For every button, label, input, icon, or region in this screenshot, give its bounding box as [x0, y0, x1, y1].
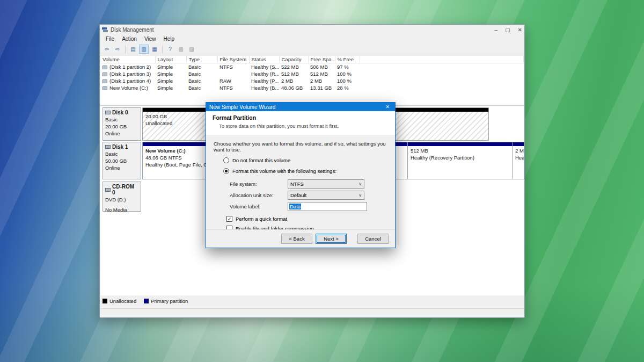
cell-capacity: 512 MB [279, 70, 308, 77]
disk0-label-panel[interactable]: Disk 0 Basic 20.00 GB Online [103, 107, 141, 141]
menu-action[interactable]: Action [118, 35, 141, 43]
cancel-button[interactable]: Cancel [357, 234, 389, 244]
partition-legend: Unallocated Primary partition [103, 298, 188, 304]
cell-fs [217, 70, 249, 77]
col-pct-free[interactable]: % Free [335, 56, 360, 63]
table-row[interactable]: (Disk 1 partition 4) Simple Basic RAW He… [100, 77, 524, 84]
properties-icon[interactable]: ▦ [150, 45, 159, 54]
table-row[interactable]: New Volume (C:) Simple Basic NTFS Health… [100, 84, 524, 91]
close-button[interactable]: ✕ [518, 27, 522, 33]
disk1-small-segment[interactable]: 2 MB Health [513, 142, 524, 179]
cell-type: Basic [186, 77, 217, 84]
col-type[interactable]: Type [186, 56, 217, 63]
col-free-space[interactable]: Free Spa... [308, 56, 335, 63]
window-title: Disk Management [111, 27, 154, 33]
col-layout[interactable]: Layout [155, 56, 186, 63]
file-system-select[interactable]: NTFS ∨ [288, 179, 364, 189]
list-view-icon[interactable]: ▨ [187, 45, 196, 54]
primary-partition-swatch [144, 299, 149, 303]
col-filler [360, 56, 524, 63]
radio-format-volume[interactable] [223, 168, 229, 174]
cell-capacity: 48.06 GB [279, 84, 308, 91]
cell-type: Basic [186, 70, 217, 77]
window-titlebar[interactable]: Disk Management – ▢ ✕ [100, 25, 524, 34]
primary-partition-strip [408, 142, 512, 146]
chevron-down-icon: ∨ [358, 193, 362, 198]
disk0-status: Online [105, 131, 138, 136]
toolbar: ⇦ ⇨ ▤ ▥ ▦ ? ▧ ▨ [100, 44, 524, 55]
menu-view[interactable]: View [141, 35, 160, 43]
disk1-label-panel[interactable]: Disk 1 Basic 50.00 GB Online [103, 142, 141, 179]
col-volume[interactable]: Volume [100, 56, 155, 63]
wizard-title: New Simple Volume Wizard [209, 104, 275, 110]
back-button[interactable]: < Back [281, 234, 312, 244]
radio-do-not-format-label[interactable]: Do not format this volume [232, 157, 290, 163]
segment-status: Healthy (Recovery Partition) [411, 155, 509, 162]
col-capacity[interactable]: Capacity [279, 56, 308, 63]
col-file-system[interactable]: File System [217, 56, 249, 63]
wizard-titlebar[interactable]: New Simple Volume Wizard ✕ [206, 103, 395, 111]
segment-size: 512 MB [411, 148, 509, 155]
disk0-size: 20.00 GB [105, 124, 138, 129]
cell-type: Basic [186, 63, 217, 71]
table-row[interactable]: (Disk 1 partition 3) Simple Basic Health… [100, 70, 524, 77]
table-header-row: Volume Layout Type File System Status Ca… [100, 56, 524, 63]
col-status[interactable]: Status [249, 56, 279, 63]
volume-label-input[interactable]: Data [288, 202, 367, 211]
wizard-subheading: To store data on this partition, you mus… [219, 123, 389, 129]
menu-bar: File Action View Help [100, 34, 524, 44]
back-icon[interactable]: ⇦ [102, 45, 112, 54]
cell-free: 2 MB [308, 77, 335, 84]
forward-icon[interactable]: ⇨ [113, 45, 122, 54]
wizard-body: Choose whether you want to format this v… [206, 135, 395, 231]
radio-format-volume-label[interactable]: Format this volume with the following se… [232, 168, 336, 174]
next-button[interactable]: Next > [316, 234, 347, 244]
disk0-name: Disk 0 [112, 110, 128, 115]
cdrom-label-panel[interactable]: CD-ROM 0 DVD (D:) No Media [103, 182, 141, 212]
maximize-button[interactable]: ▢ [505, 27, 510, 33]
disk-icon [105, 111, 111, 114]
cell-free: 13.31 GB [308, 84, 335, 91]
cell-layout: Simple [155, 63, 186, 71]
disk0-type: Basic [105, 117, 138, 122]
cell-status: Healthy (B... [249, 84, 279, 91]
volume-icon [103, 79, 107, 83]
volume-label-label: Volume label: [230, 204, 288, 209]
help-icon[interactable]: ? [165, 45, 175, 54]
wizard-instruction: Choose whether you want to format this v… [214, 141, 387, 153]
menu-file[interactable]: File [102, 35, 118, 43]
allocation-unit-size-select[interactable]: Default ∨ [288, 191, 364, 200]
minimize-button[interactable]: – [495, 27, 498, 33]
panel-icon[interactable]: ▤ [128, 45, 138, 54]
radio-do-not-format[interactable] [223, 157, 229, 163]
menu-help[interactable]: Help [159, 35, 178, 43]
cell-volume: (Disk 1 partition 4) [109, 78, 151, 84]
disk1-size: 50.00 GB [105, 158, 138, 164]
export-icon[interactable]: ▧ [176, 45, 186, 54]
cell-pct: 97 % [335, 63, 360, 71]
cell-volume: New Volume (C:) [109, 85, 148, 91]
disk1-recovery-segment[interactable]: 512 MB Healthy (Recovery Partition) [408, 142, 513, 179]
status-bar [100, 308, 524, 317]
console-tree-icon[interactable]: ▥ [139, 45, 149, 54]
volume-icon [103, 86, 107, 90]
legend-primary-label: Primary partition [151, 298, 188, 304]
quick-format-checkbox[interactable]: ✓ [226, 216, 232, 222]
volume-list-pane: Volume Layout Type File System Status Ca… [100, 56, 524, 106]
wizard-close-icon[interactable]: ✕ [383, 104, 392, 110]
cdrom-status: No Media [105, 207, 138, 213]
table-row[interactable]: (Disk 1 partition 2) Simple Basic NTFS H… [100, 63, 524, 71]
cell-status: Healthy (P... [249, 77, 279, 84]
unallocated-swatch [103, 299, 107, 303]
cdrom-icon [105, 188, 111, 192]
quick-format-label[interactable]: Perform a quick format [236, 216, 287, 222]
cell-pct: 100 % [335, 70, 360, 77]
cell-capacity: 522 MB [279, 63, 308, 71]
cell-fs: NTFS [217, 63, 249, 71]
cdrom-name: CD-ROM 0 [112, 184, 138, 196]
cell-fs: NTFS [217, 84, 249, 91]
cdrom-drive-letter: DVD (D:) [105, 197, 138, 202]
chevron-down-icon: ∨ [358, 182, 362, 186]
wizard-heading: Format Partition [213, 114, 389, 121]
file-system-value: NTFS [290, 181, 304, 187]
